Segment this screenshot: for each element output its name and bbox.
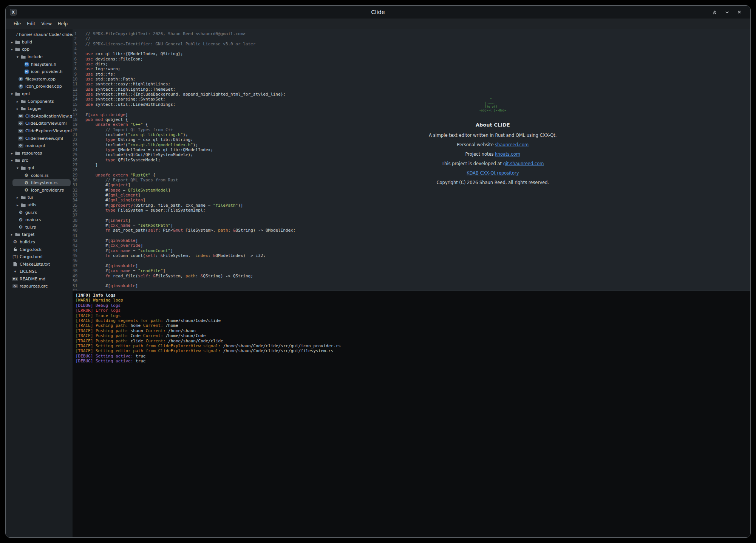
chevron-right-icon[interactable]: ▸ — [9, 232, 14, 237]
folder-icon — [14, 47, 20, 51]
tree-item-utils[interactable]: ▸utils — [6, 201, 73, 209]
tree-item-clideeditorview-qml[interactable]: QtClideEditorView.qml — [6, 120, 73, 127]
line-number: 27 — [73, 162, 80, 167]
code-line-text — [80, 258, 85, 263]
tree-item-clidetreeview-qml[interactable]: QtClideTreeView.qml — [6, 135, 73, 142]
app-icon-letter: X — [12, 10, 15, 14]
content-column: 1// SPDX-FileCopyrightText: 2026, Shaun … — [73, 29, 750, 537]
tree-item-clideapplicationview-qml[interactable]: QtClideApplicationView.qml — [6, 113, 73, 120]
link-knoats-com[interactable]: knoats.com — [495, 152, 520, 157]
log-line: [TRACE] Pushing path: home Current: /hom… — [76, 323, 747, 328]
chevron-down-icon[interactable]: ▾ — [9, 92, 14, 96]
tree-item-colors-rs[interactable]: ⚙colors.rs — [6, 172, 73, 179]
line-number: 49 — [73, 274, 80, 278]
tree-item-main-qml[interactable]: Qtmain.qml — [6, 142, 73, 150]
line-number: 2 — [73, 36, 80, 41]
tree-root-path[interactable]: / home/ shaun/ Code/ clide/ — [6, 31, 73, 39]
tree-item-cmakelists-txt[interactable]: CMakeLists.txt — [6, 260, 73, 268]
shade-button[interactable] — [712, 9, 717, 15]
code-line-text: // Export QML Types from Rust — [80, 178, 178, 183]
tree-item-gui[interactable]: ▾gui — [6, 164, 73, 172]
md-icon: M↓ — [12, 277, 18, 281]
tree-item-tui[interactable]: ▸tui — [6, 194, 73, 201]
chevron-down-icon[interactable]: ▾ — [9, 47, 14, 51]
tree-item-icon-provider-cpp[interactable]: Cicon_provider.cpp — [6, 83, 73, 90]
tree-item-gui-rs[interactable]: ⚙gui.rs — [6, 209, 73, 216]
tree-item-cargo-lock[interactable]: Cargo.lock — [6, 246, 73, 253]
code-line-row: 33 #[qml_element] — [73, 193, 750, 198]
log-line: [ERROR] Error logs — [76, 308, 747, 313]
code-line-text: // — [80, 36, 90, 41]
log-console[interactable]: [INFO] Info logs[WARN] Warning logs[DEBU… — [73, 291, 750, 537]
tree-item-filesystem-cpp[interactable]: Cfilesystem.cpp — [6, 76, 73, 83]
link-kdab-cxx-qt-repository[interactable]: KDAB CXX-Qt repository — [467, 170, 519, 176]
file-name: filesystem.cpp — [25, 77, 56, 82]
tree-item-include[interactable]: ▾include — [6, 53, 73, 61]
minimize-button[interactable] — [724, 9, 730, 15]
tree-item-filesystem-h[interactable]: Hfilesystem.h — [6, 60, 73, 68]
log-line: [TRACE] Trace logs — [76, 313, 747, 318]
tree-item-build[interactable]: ▸build — [6, 39, 73, 46]
close-button[interactable] — [737, 9, 742, 15]
chevron-right-icon[interactable]: ▸ — [15, 195, 20, 200]
line-number: 4 — [73, 46, 80, 51]
chevron-down-icon[interactable]: ▾ — [15, 166, 20, 170]
line-number: 14 — [73, 97, 80, 102]
about-row-text: Project notes — [465, 152, 495, 157]
qt-icon: Qt — [18, 144, 24, 148]
tree-item-resources[interactable]: ▸resources — [6, 150, 73, 157]
code-line-text — [80, 167, 85, 172]
menu-edit[interactable]: Edit — [24, 20, 38, 28]
tree-item-logger[interactable]: ▸Logger — [6, 105, 73, 113]
tree-item-build-rs[interactable]: ⚙build.rs — [6, 238, 73, 246]
tree-item-icon-provider-h[interactable]: Hicon_provider.h — [6, 68, 73, 76]
tree-item-icon-provider-rs[interactable]: ⚙icon_provider.rs — [6, 186, 73, 194]
code-line-row: 9use std::fs; — [73, 72, 750, 77]
chevron-right-icon[interactable]: ▸ — [9, 151, 14, 155]
code-line-text: #[qml_singleton] — [80, 198, 145, 203]
tree-item-license[interactable]: ✶LICENSE — [6, 268, 73, 275]
rust-icon: ⚙ — [18, 225, 24, 229]
line-number: 1 — [73, 31, 80, 36]
chevron-down-icon[interactable]: ▾ — [9, 158, 14, 162]
tree-item-cargo-toml[interactable]: [T]Cargo.toml — [6, 253, 73, 261]
code-line-text: type FileSystem = super::FileSystemImpl; — [80, 208, 206, 213]
tree-item-cpp[interactable]: ▾cpp — [6, 46, 73, 53]
title-bar[interactable]: X Clide — [6, 6, 750, 19]
chevron-right-icon[interactable]: ▸ — [15, 203, 20, 207]
tree-item-filesystem-rs[interactable]: ⚙filesystem.rs — [6, 179, 73, 187]
tree-item-qml[interactable]: ▾qml — [6, 90, 73, 98]
code-line-row: 5use cxx_qt_lib::{QModelIndex, QString}; — [73, 51, 750, 56]
line-number: 40 — [73, 228, 80, 233]
code-editor[interactable]: 1// SPDX-FileCopyrightText: 2026, Shaun … — [73, 29, 750, 291]
tree-item-resources-qrc[interactable]: Qtresources.qrc — [6, 283, 73, 290]
code-line-text: use syntect::highlighting::ThemeSet; — [80, 87, 175, 92]
tree-item-tui-rs[interactable]: ⚙tui.rs — [6, 223, 73, 231]
file-name: include — [28, 54, 43, 59]
tree-item-clideexplorerview-qml[interactable]: QtClideExplorerView.qml — [6, 127, 73, 135]
link-git-shaunreed-com[interactable]: git.shaunreed.com — [503, 161, 544, 166]
tree-item-components[interactable]: ▸Components — [6, 97, 73, 105]
tree-item-src[interactable]: ▾src — [6, 157, 73, 164]
chevron-down-icon[interactable]: ▾ — [15, 55, 20, 59]
code-line-text: #[qinvokable] — [80, 263, 138, 268]
rust-icon: ⚙ — [18, 210, 24, 215]
line-number: 9 — [73, 72, 80, 77]
menu-view[interactable]: View — [39, 20, 54, 28]
menu-file[interactable]: File — [11, 20, 23, 28]
link-shaunreed-com[interactable]: shaunreed.com — [495, 142, 529, 147]
code-line-text: use syntect::util::LinesWithEndings; — [80, 102, 175, 107]
code-line-text: fn read_file(self: &FileSystem, path: &Q… — [80, 274, 253, 278]
menu-help[interactable]: Help — [55, 20, 70, 28]
file-explorer[interactable]: / home/ shaun/ Code/ clide/ ▸build▾cpp▾i… — [6, 29, 73, 537]
about-row: Personal website shaunreed.com — [391, 142, 595, 147]
code-line-text — [80, 107, 85, 112]
chevron-right-icon[interactable]: ▸ — [15, 107, 20, 111]
chevron-right-icon[interactable]: ▸ — [9, 40, 14, 44]
chevron-right-icon[interactable]: ▸ — [15, 99, 20, 104]
tree-item-readme-md[interactable]: M↓README.md — [6, 275, 73, 283]
tree-item-target[interactable]: ▸target — [6, 231, 73, 238]
folder-icon — [20, 195, 26, 200]
tree-item-main-rs[interactable]: ⚙main.rs — [6, 216, 73, 224]
line-number: 18 — [73, 117, 80, 122]
